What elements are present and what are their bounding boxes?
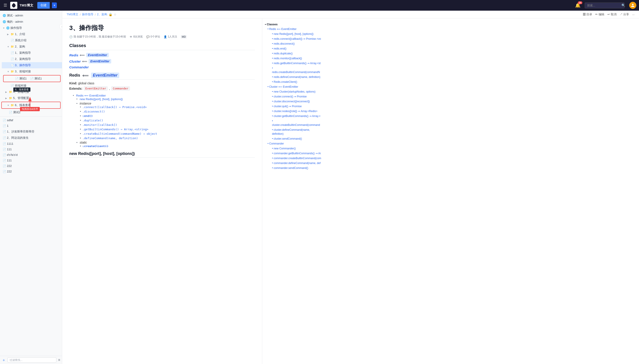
action-share[interactable]: ↗ 分享 bbox=[620, 12, 629, 16]
rtoc-cluster-getbuiltin[interactable]: • cluster.getBuiltinCommands() ⇒ Array.< bbox=[269, 114, 321, 118]
sidebar-item-ceshi2[interactable]: 📄 测试2 bbox=[0, 109, 62, 116]
sidebar-item-ada[interactable]: 📄 2、阿达说的发生 bbox=[0, 135, 62, 141]
notification-bell[interactable]: 🔔 24 bbox=[575, 3, 581, 8]
hamburger-menu[interactable]: ☰ bbox=[3, 2, 8, 9]
rtoc-cluster-disconnect[interactable]: • cluster.disconnect([reconnect]) bbox=[269, 99, 321, 104]
toc-link-disconnect[interactable]: .disconnect() bbox=[82, 110, 105, 113]
sidebar-add-button[interactable]: ＋ bbox=[2, 357, 6, 363]
redis-link[interactable]: Redis bbox=[69, 53, 78, 57]
action-edit[interactable]: ✏ 编辑 bbox=[595, 12, 604, 16]
rtoc-end[interactable]: • redis.end() bbox=[269, 46, 321, 51]
sidebar-item-111a[interactable]: 📄 111 bbox=[0, 146, 62, 152]
toc-link-monitor[interactable]: .monitor([callback]) bbox=[82, 123, 117, 126]
sidebar-item-jiagou[interactable]: ▼ 📁 2、架构 bbox=[2, 44, 62, 50]
rtoc-definecommand[interactable]: • redis.defineCommand(name, definition) bbox=[269, 74, 321, 80]
eventemitter-badge2[interactable]: EventEmitter bbox=[89, 59, 111, 64]
rtoc-new-commander[interactable]: • new Commander() bbox=[269, 146, 321, 151]
static-toc: .createClient() bbox=[76, 144, 255, 148]
sidebar-item-jieshao[interactable]: ▶ 📁 1、介绍 bbox=[2, 31, 62, 37]
top-navigation: ☰ TMS博文 创建 ▾ 🔔 24 🔍 bbox=[0, 0, 639, 11]
rtoc-cluster-createbuiltin[interactable]: • cluster.createBuiltinCommand(command bbox=[269, 118, 321, 128]
action-toc[interactable]: ☰ 目录 bbox=[583, 12, 592, 16]
action-cancel[interactable]: ↩ 取消 bbox=[607, 12, 616, 16]
eventemitter-badge-big[interactable]: EventEmitter bbox=[91, 72, 119, 78]
sidebar-item-qianduan[interactable]: ▼ 📁 3、前端对接 bbox=[2, 68, 62, 74]
rtoc-new-cluster[interactable]: • new Cluster(startupNodes, options) bbox=[269, 89, 321, 94]
rtoc-commander-getbuiltin[interactable]: • commander.getBuiltinCommands() ⇒ Ar bbox=[269, 151, 321, 156]
rtoc-cluster-define[interactable]: • cluster.defineCommand(name, definition… bbox=[269, 128, 321, 136]
toc-link-createclient[interactable]: .createClient() bbox=[82, 144, 108, 148]
sidebar-item-xitong-jieshao[interactable]: 📄 系统介绍 bbox=[2, 37, 62, 44]
toc-link-redis[interactable]: Redis ⟸ EventEmitter bbox=[76, 94, 106, 97]
sidebar-menu-button[interactable]: ≡ bbox=[58, 358, 60, 362]
toc-link-duplicate[interactable]: .duplicate() bbox=[82, 119, 103, 122]
rtoc-monitor[interactable]: • redis.monitor([callback]) bbox=[269, 56, 321, 61]
rtoc-cluster-send[interactable]: • cluster.sendCommand() bbox=[269, 136, 321, 141]
sidebar-item-guanli[interactable]: ▶ 📁 5、管理配置 bbox=[0, 95, 62, 101]
breadcrumb-caozuo[interactable]: 操作指导 bbox=[82, 12, 94, 16]
sidebar-item-caozuo[interactable]: ▼ 🌐 操作指导 ··· bbox=[0, 25, 62, 31]
action-more[interactable]: ··· bbox=[632, 13, 634, 16]
rtoc-commander-define[interactable]: • commander.defineCommand(name, def bbox=[269, 161, 321, 166]
star-icon[interactable]: ☆ bbox=[114, 13, 117, 16]
toc-link-connect[interactable]: .connect([callback]) ⇒ Promise.<void> bbox=[82, 106, 147, 109]
sidebar-item-jiagou2[interactable]: 📄 2、架构指导 bbox=[2, 56, 62, 62]
sidebar-item-222b[interactable]: 📄 222 bbox=[0, 169, 62, 174]
sidebar-item-222a[interactable]: 📄 222 bbox=[0, 163, 62, 169]
sidebar-item-1[interactable]: 📄 1 bbox=[0, 123, 62, 128]
rtoc-cluster-quit[interactable]: • cluster.quit() ⇒ Promise bbox=[269, 104, 321, 109]
sidebar-item-caozuo3[interactable]: 📄 3、操作指导 bbox=[2, 62, 62, 68]
sidebar-item-shafa[interactable]: 📄 1、沙发斯蒂芬斯蒂芬 bbox=[0, 128, 62, 135]
breadcrumb-jiagou[interactable]: 2、架构 bbox=[97, 12, 107, 16]
sidebar-item-wo-admin[interactable]: 🌐 俺的 - admin bbox=[0, 19, 62, 25]
sidebar-item-1111[interactable]: 📄 1111 bbox=[0, 141, 62, 146]
user-avatar[interactable] bbox=[629, 2, 636, 9]
sidebar-item-baobiao[interactable]: ▼ 📁 6、报表查看 ··· bbox=[2, 102, 60, 108]
breadcrumb-tms[interactable]: TMS博文 bbox=[67, 12, 78, 16]
cluster-link[interactable]: Cluster bbox=[69, 60, 81, 63]
rtoc-commander-send[interactable]: • commander.sendCommand() bbox=[269, 166, 321, 170]
rtoc-cluster-connect[interactable]: • cluster.connect() ⇒ Promise bbox=[269, 94, 321, 99]
eventemitter-badge[interactable]: EventEmitter bbox=[86, 53, 109, 57]
sidebar-item-sdfaf[interactable]: 📄 sdfaf bbox=[0, 118, 62, 123]
rtoc-getbuiltin[interactable]: • redis.getBuiltinCommands() ⇒ Array.<st bbox=[269, 61, 321, 66]
rtoc-disconnect[interactable]: • redis.disconnect() bbox=[269, 41, 321, 46]
extends-val1[interactable]: EventEmitter bbox=[84, 86, 108, 90]
sidebar-label: sdfaf bbox=[7, 118, 59, 122]
sidebar-item-jiagou1[interactable]: 📄 1、架构指导 bbox=[2, 50, 62, 56]
sidebar-item-ceshi1a[interactable]: 📄 测试1 bbox=[14, 76, 28, 81]
sidebar-item-ceshi1b[interactable]: 📄 测试1 bbox=[29, 76, 43, 81]
doc-icon: 📄 bbox=[3, 119, 6, 122]
collapse-icon: ▶ bbox=[5, 91, 8, 93]
commander-link[interactable]: Commander bbox=[69, 65, 89, 69]
toc-link-end[interactable]: .end() bbox=[82, 114, 93, 118]
toc-link-getbuiltin[interactable]: .getBuiltinCommands() ⇒ Array.<string> bbox=[82, 128, 148, 131]
rtoc-duplicate[interactable]: • redis.duplicate() bbox=[269, 51, 321, 56]
sidebar-filter-input[interactable] bbox=[8, 357, 56, 363]
meta-created: 🕐 我 创建于15小时前，我 最后修改于15小时前 bbox=[69, 35, 126, 38]
search-input[interactable] bbox=[584, 2, 624, 8]
right-toc-cluster[interactable]: • Cluster ⟸ EventEmitter bbox=[265, 84, 321, 89]
toc-link-definecommand[interactable]: .defineCommand(name, definition) bbox=[82, 136, 138, 140]
toc-link-createbuiltin[interactable]: .createBuiltinCommand(commandName) ⇒ obj… bbox=[82, 132, 157, 136]
sidebar-item-dsfa[interactable]: 📄 d's'fa's'd bbox=[0, 152, 62, 158]
sidebar-item-ceshi-admin[interactable]: 🌐 测试 - admin bbox=[0, 12, 62, 19]
rtoc-createclient[interactable]: • Redis.createClient() bbox=[269, 80, 321, 84]
rtoc-new-redis[interactable]: • new Redis([port], [host], [options]) bbox=[269, 32, 321, 36]
rtoc-connect[interactable]: • redis.connect([callback]) ⇒ Promise.<v… bbox=[269, 36, 321, 41]
comma: , bbox=[109, 87, 110, 90]
rtoc-cluster-nodes[interactable]: • cluster.nodes([role]) ⇒ Array.<Redis> bbox=[269, 109, 321, 114]
rtoc-createbuiltin[interactable]: • redis.createBuiltinCommand(commandN bbox=[269, 66, 321, 74]
rtoc-commander-createbuiltin[interactable]: • commander.createBuiltinCommand(com bbox=[269, 156, 321, 161]
extends-val2[interactable]: Commander bbox=[111, 86, 130, 90]
page-title: 3、操作指导 bbox=[69, 24, 255, 32]
sidebar-item-qianduan-node[interactable]: 📄 前端对接 6、报表查看 bbox=[2, 82, 62, 89]
right-toc-redis-eventemitter[interactable]: • Redis ⟸ EventEmitter bbox=[265, 27, 321, 32]
create-button[interactable]: 创建 bbox=[37, 2, 50, 9]
create-dropdown-button[interactable]: ▾ bbox=[52, 2, 57, 8]
right-toc-commander[interactable]: • Commander bbox=[265, 141, 321, 146]
toc-link-new-redis[interactable]: new Redis([port], [host], [options]) bbox=[80, 98, 123, 101]
sidebar-label: 222 bbox=[7, 170, 59, 173]
sidebar-item-houduan[interactable]: ▶ 📁 4、后端对接 bbox=[0, 89, 62, 95]
sidebar-item-111b[interactable]: 📄 111 bbox=[0, 158, 62, 163]
